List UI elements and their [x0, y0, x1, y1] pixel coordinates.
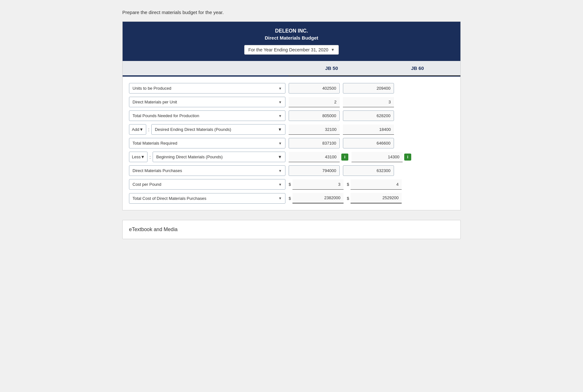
units-produced-val2-block [343, 83, 394, 94]
dm-purchases-select[interactable]: Direct Materials Purchases ▼ [129, 165, 285, 176]
chevron-down-icon: ▼ [139, 127, 143, 132]
dm-per-unit-values [289, 97, 394, 107]
dm-purchases-val2-block [343, 165, 394, 176]
row-label-add-ending: Add ▼ : Desired Ending Direct Materials … [129, 124, 285, 135]
total-pounds-val2-block [343, 110, 394, 121]
add-ending-val1-block [289, 124, 340, 135]
chevron-down-icon: ▼ [140, 155, 145, 159]
budget-container: DELEON INC. Direct Materials Budget For … [122, 21, 461, 210]
dollar-sign-jb60: $ [347, 182, 349, 187]
beginning-dm-label: Beginning Direct Materials (Pounds) [156, 155, 223, 159]
total-pounds-label: Total Pounds Needed for Production [132, 113, 199, 118]
dm-per-unit-select[interactable]: Direct Materials per Unit ▼ [129, 97, 285, 107]
dollar-sign-total-jb60: $ [347, 196, 349, 201]
total-cost-jb50[interactable] [292, 193, 344, 204]
units-produced-select[interactable]: Units to be Produced ▼ [129, 83, 285, 94]
total-pounds-select[interactable]: Total Pounds Needed for Production ▼ [129, 110, 285, 121]
budget-header: DELEON INC. Direct Materials Budget For … [123, 22, 460, 61]
units-produced-jb50[interactable] [289, 83, 340, 94]
less-beginning-prefix-row: Less ▼ : Beginning Direct Materials (Pou… [129, 152, 285, 162]
cost-per-pound-jb60[interactable] [351, 179, 402, 190]
total-pounds-jb50[interactable] [289, 110, 340, 121]
chevron-down-icon: ▼ [278, 183, 282, 186]
etextbook-section: eTextbook and Media [122, 220, 461, 239]
period-label: For the Year Ending December 31, 2020 [248, 47, 329, 52]
row-dm-purchases: Direct Materials Purchases ▼ [129, 165, 454, 176]
total-pounds-jb60[interactable] [343, 110, 394, 121]
units-produced-jb60[interactable] [343, 83, 394, 94]
total-cost-select[interactable]: Total Cost of Direct Materials Purchases… [129, 193, 285, 204]
dm-purchases-label: Direct Materials Purchases [132, 168, 182, 173]
total-cost-jb60[interactable] [351, 193, 402, 204]
row-total-cost: Total Cost of Direct Materials Purchases… [129, 193, 454, 204]
cost-per-pound-val1-block: $ [289, 179, 344, 190]
chevron-down-icon: ▼ [278, 141, 282, 145]
info-button-jb60[interactable]: i [404, 154, 411, 161]
total-materials-values [289, 138, 394, 148]
colon-separator: : [149, 155, 151, 160]
period-dropdown[interactable]: For the Year Ending December 31, 2020 ▼ [244, 45, 339, 55]
add-ending-values [289, 124, 394, 135]
row-label-total-pounds: Total Pounds Needed for Production ▼ [129, 110, 285, 121]
less-beginning-jb60[interactable] [352, 152, 403, 162]
cost-per-pound-select[interactable]: Cost per Pound ▼ [129, 179, 285, 190]
less-beginning-val2-block: i [352, 152, 411, 162]
add-prefix-label: Add [132, 127, 139, 132]
total-cost-val1-block: $ [289, 193, 344, 204]
row-label-dm-purchases: Direct Materials Purchases ▼ [129, 165, 285, 176]
cost-per-pound-values: $ $ [289, 179, 402, 190]
total-cost-label: Total Cost of Direct Materials Purchases [132, 196, 206, 201]
less-prefix-label: Less [132, 155, 140, 159]
total-materials-label: Total Materials Required [132, 141, 177, 146]
dm-purchases-jb60[interactable] [343, 165, 394, 176]
dm-per-unit-val1-block [289, 97, 340, 107]
dm-purchases-values [289, 165, 394, 176]
row-label-less-beginning: Less ▼ : Beginning Direct Materials (Pou… [129, 152, 285, 162]
total-pounds-val1-block [289, 110, 340, 121]
less-beginning-val1-block: i [289, 152, 348, 162]
desired-ending-select[interactable]: Desired Ending Direct Materials (Pounds)… [151, 124, 285, 135]
total-materials-select[interactable]: Total Materials Required ▼ [129, 138, 285, 148]
dm-per-unit-jb60[interactable] [343, 97, 394, 107]
total-materials-jb50[interactable] [289, 138, 340, 148]
column-headers: JB 50 JB 60 [123, 61, 460, 77]
chevron-down-icon: ▼ [278, 100, 282, 104]
units-produced-val1-block [289, 83, 340, 94]
row-total-materials: Total Materials Required ▼ [129, 138, 454, 148]
dm-purchases-jb50[interactable] [289, 165, 340, 176]
intro-text: Prepare the direct materials budget for … [122, 10, 461, 15]
cost-per-pound-label: Cost per Pound [132, 182, 161, 187]
info-button-jb50[interactable]: i [341, 154, 348, 161]
row-label-total-materials: Total Materials Required ▼ [129, 138, 285, 148]
row-add-ending: Add ▼ : Desired Ending Direct Materials … [129, 124, 454, 135]
dm-per-unit-label: Direct Materials per Unit [132, 100, 177, 104]
less-beginning-jb50[interactable] [289, 152, 340, 162]
chevron-down-icon: ▼ [278, 87, 282, 90]
add-ending-jb50[interactable] [289, 124, 340, 135]
budget-title: Direct Materials Budget [129, 35, 454, 41]
less-prefix-select[interactable]: Less ▼ [129, 152, 148, 162]
add-prefix-select[interactable]: Add ▼ [129, 124, 146, 135]
total-materials-jb60[interactable] [343, 138, 394, 148]
cost-per-pound-jb50[interactable] [292, 179, 344, 190]
total-cost-val2-block: $ [347, 193, 402, 204]
row-total-pounds: Total Pounds Needed for Production ▼ [129, 110, 454, 121]
units-produced-values [289, 83, 394, 94]
row-cost-per-pound: Cost per Pound ▼ $ $ [129, 179, 454, 190]
beginning-dm-select[interactable]: Beginning Direct Materials (Pounds) ▼ [153, 152, 285, 162]
chevron-down-icon: ▼ [278, 169, 282, 173]
company-name: DELEON INC. [129, 28, 454, 34]
row-label-cost-per-pound: Cost per Pound ▼ [129, 179, 285, 190]
row-label-units-produced: Units to be Produced ▼ [129, 83, 285, 94]
colon-separator: : [148, 127, 149, 132]
dollar-sign-jb50: $ [289, 182, 291, 187]
dm-per-unit-jb50[interactable] [289, 97, 340, 107]
row-less-beginning: Less ▼ : Beginning Direct Materials (Pou… [129, 152, 454, 162]
chevron-down-icon: ▼ [331, 48, 335, 52]
total-pounds-values [289, 110, 394, 121]
row-dm-per-unit: Direct Materials per Unit ▼ [129, 97, 454, 107]
budget-body: Units to be Produced ▼ Dir [123, 77, 460, 210]
add-ending-val2-block [343, 124, 394, 135]
add-ending-jb60[interactable] [343, 124, 394, 135]
chevron-down-icon: ▼ [278, 155, 282, 159]
